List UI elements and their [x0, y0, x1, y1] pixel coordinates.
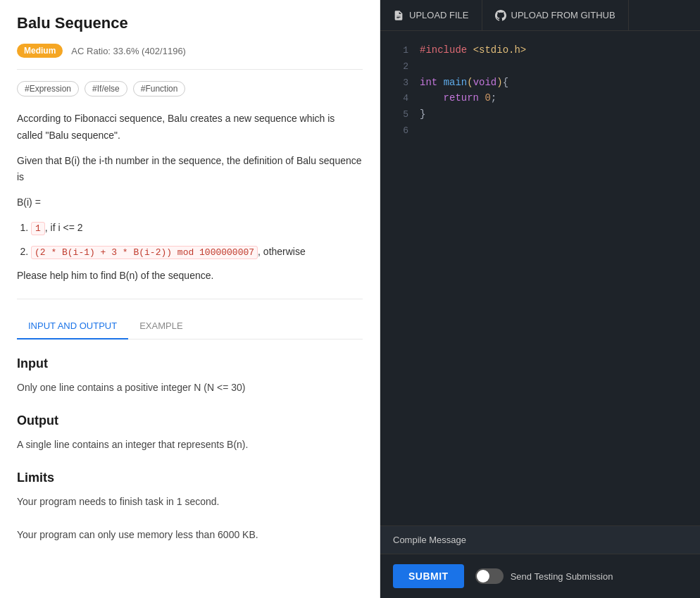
testing-toggle[interactable]: [475, 568, 504, 584]
line-num-1: 1: [392, 44, 408, 58]
ac-ratio: AC Ratio: 33.6% (402/1196): [71, 46, 186, 56]
rule-1-code: 1: [31, 222, 45, 235]
desc-para-2: Given that B(i) the i-th number in the s…: [17, 153, 363, 187]
upload-file-label: UPLOAD FILE: [409, 10, 469, 20]
bottom-bar: SUBMIT Send Testing Submission: [380, 554, 700, 598]
input-title: Input: [17, 356, 363, 371]
code-line-2: 2: [380, 58, 700, 75]
upload-file-button[interactable]: UPLOAD FILE: [380, 0, 482, 31]
meta-row: Medium AC Ratio: 33.6% (402/1196): [17, 44, 363, 70]
rule-1: 1, if i <= 2: [31, 220, 363, 237]
editor-toolbar: UPLOAD FILE UPLOAD FROM GITHUB: [380, 0, 700, 31]
line-num-6: 6: [392, 124, 408, 139]
code-line-4: 4 return 0;: [380, 90, 700, 106]
problem-description: According to Fibonacci sequence, Balu cr…: [17, 111, 363, 285]
github-icon: [495, 10, 506, 21]
line-num-5: 5: [392, 108, 408, 123]
rule-2: (2 * B(i-1) + 3 * B(i-2)) mod 1000000007…: [31, 244, 363, 261]
divider: [17, 299, 363, 299]
toggle-container: Send Testing Submission: [475, 568, 613, 584]
submit-button[interactable]: SUBMIT: [393, 564, 464, 588]
formula-rules: 1, if i <= 2 (2 * B(i-1) + 3 * B(i-2)) m…: [31, 220, 363, 261]
rule-2-text: , otherwise: [258, 246, 306, 257]
line-content-3: int main(void){: [420, 75, 508, 90]
tag-expression[interactable]: #Expression: [17, 81, 79, 96]
upload-github-button[interactable]: UPLOAD FROM GITHUB: [482, 0, 629, 31]
output-text: A single line contains an integer that r…: [17, 437, 363, 454]
tab-input-output[interactable]: INPUT AND OUTPUT: [17, 313, 128, 340]
code-line-3: 3 int main(void){: [380, 75, 700, 91]
upload-github-label: UPLOAD FROM GITHUB: [511, 10, 615, 20]
difficulty-badge: Medium: [17, 44, 63, 58]
line-content-2: [420, 58, 425, 74]
left-panel: Balu Sequence Medium AC Ratio: 33.6% (40…: [0, 0, 380, 598]
upload-file-icon: [393, 10, 404, 21]
problem-title: Balu Sequence: [17, 14, 363, 32]
limits-text-1: Your program needs to finish task in 1 s…: [17, 494, 363, 511]
line-num-3: 3: [392, 76, 408, 91]
rule-1-text: , if i <= 2: [45, 222, 83, 233]
code-editor[interactable]: 1 #include <stdio.h> 2 3 int main(void){…: [380, 31, 700, 525]
compile-message-label: Compile Message: [393, 535, 466, 545]
tab-example[interactable]: EXAMPLE: [128, 313, 194, 340]
limits-title: Limits: [17, 471, 363, 485]
limits-text-2: Your program can only use memory less th…: [17, 527, 363, 544]
desc-para-3: Please help him to find B(n) of the sequ…: [17, 268, 363, 285]
line-content-4: return 0;: [420, 90, 496, 106]
tag-function[interactable]: #Function: [133, 81, 186, 96]
line-num-4: 4: [392, 92, 408, 106]
code-line-5: 5 }: [380, 106, 700, 123]
line-content-1: #include <stdio.h>: [420, 42, 526, 58]
line-content-5: }: [420, 106, 425, 122]
right-panel: UPLOAD FILE UPLOAD FROM GITHUB 1 #includ…: [380, 0, 700, 598]
tabs: INPUT AND OUTPUT EXAMPLE: [17, 313, 363, 340]
toggle-label: Send Testing Submission: [511, 571, 613, 582]
tag-ifelse[interactable]: #If/else: [85, 81, 127, 96]
formula-label: B(i) =: [17, 194, 363, 211]
code-line-6: 6: [380, 123, 700, 139]
rule-2-code: (2 * B(i-1) + 3 * B(i-2)) mod 1000000007: [31, 246, 258, 259]
line-num-2: 2: [392, 60, 408, 75]
code-line-1: 1 #include <stdio.h>: [380, 42, 700, 58]
line-content-6: [420, 123, 425, 138]
input-text: Only one line contains a positive intege…: [17, 380, 363, 397]
desc-para-1: According to Fibonacci sequence, Balu cr…: [17, 111, 363, 144]
tags-row: #Expression #If/else #Function: [17, 81, 363, 96]
compile-message-bar: Compile Message: [380, 525, 700, 554]
output-title: Output: [17, 413, 363, 428]
